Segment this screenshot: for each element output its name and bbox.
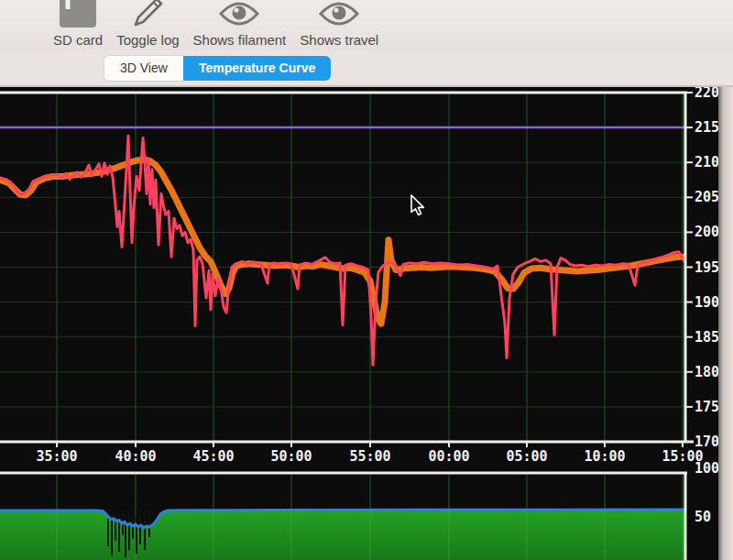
- app-window: SD cardToggle logShows filamentShows tra…: [0, 0, 733, 560]
- power-fill: [0, 510, 685, 560]
- toolbar-item-label: SD card: [53, 32, 103, 48]
- x-axis-label: 10:00: [584, 448, 625, 465]
- power-y-axis-label: 100: [695, 460, 719, 477]
- y-axis-label: 205: [695, 189, 719, 205]
- y-axis-label: 220: [695, 87, 719, 101]
- x-axis-label: 55:00: [349, 448, 390, 465]
- toolbar-item-shows-filament[interactable]: Shows filament: [193, 0, 287, 50]
- toolbar-item-label: Toggle log: [116, 32, 179, 48]
- y-axis-label: 195: [695, 259, 719, 276]
- y-axis-label: 180: [695, 364, 719, 380]
- sd-card-icon: [58, 0, 98, 31]
- y-axis-label: 200: [695, 224, 719, 240]
- tab-temperature-curve[interactable]: Temperature Curve: [183, 56, 331, 81]
- x-axis-label: 40:00: [115, 448, 156, 465]
- x-axis-label: 00:00: [428, 448, 469, 465]
- y-axis-label: 215: [695, 119, 719, 136]
- toolbar-item-sd-card[interactable]: SD card: [53, 0, 103, 50]
- x-axis-label: 05:00: [506, 448, 547, 465]
- y-axis-label: 185: [695, 329, 719, 346]
- toolbar: SD cardToggle logShows filamentShows tra…: [0, 0, 733, 50]
- toolbar-item-label: Shows travel: [300, 32, 378, 48]
- x-axis-label: 35:00: [36, 448, 77, 465]
- eye-icon: [218, 0, 260, 31]
- x-axis-label: 45:00: [192, 448, 234, 465]
- eye-icon: [318, 0, 360, 31]
- tab-bar: 3D ViewTemperature Curve: [0, 50, 733, 85]
- x-axis-label: 50:00: [270, 448, 312, 465]
- y-axis-label: 190: [695, 294, 719, 311]
- monitor-bezel: [718, 87, 733, 560]
- y-axis-label: 210: [695, 154, 719, 170]
- temperature-chart: 22021521020520019519018518017517035:0040…: [0, 87, 733, 560]
- tab-3d-view[interactable]: 3D View: [104, 55, 183, 82]
- toolbar-item-label: Shows filament: [193, 32, 287, 48]
- power-y-axis-label: 50: [695, 509, 711, 525]
- chart-canvas: 22021521020520019519018518017517035:0040…: [0, 87, 733, 560]
- toolbar-item-toggle-log[interactable]: Toggle log: [116, 0, 179, 50]
- y-axis-label: 175: [695, 399, 719, 415]
- pencil-icon: [131, 0, 164, 31]
- toolbar-item-shows-travel[interactable]: Shows travel: [300, 0, 378, 50]
